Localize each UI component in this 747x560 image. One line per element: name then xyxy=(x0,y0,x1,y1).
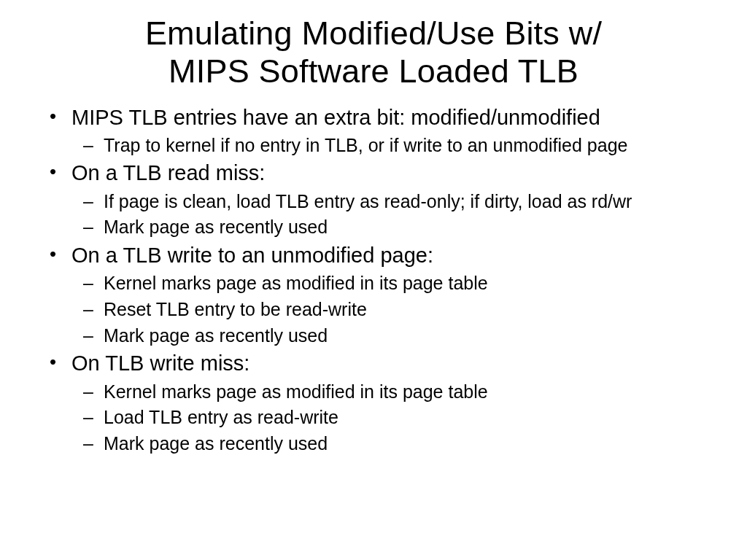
title-line-1: Emulating Modified/Use Bits w/ xyxy=(145,15,602,52)
list-item: Mark page as recently used xyxy=(104,432,711,456)
list-item: MIPS TLB entries have an extra bit: modi… xyxy=(71,104,711,158)
sub-list: If page is clean, load TLB entry as read… xyxy=(71,190,711,241)
bullet-text: Mark page as recently used xyxy=(104,433,328,454)
bullet-text: Mark page as recently used xyxy=(104,325,328,346)
sub-list: Kernel marks page as modified in its pag… xyxy=(71,271,711,348)
bullet-text: On a TLB read miss: xyxy=(71,161,265,184)
list-item: Mark page as recently used xyxy=(104,215,711,240)
bullet-text: On a TLB write to an unmodified page: xyxy=(71,244,433,267)
title-line-2: MIPS Software Loaded TLB xyxy=(169,52,578,90)
bullet-text: Load TLB entry as read-write xyxy=(104,407,338,427)
sub-list: Kernel marks page as modified in its pag… xyxy=(71,380,711,456)
bullet-list: MIPS TLB entries have an extra bit: modi… xyxy=(36,104,711,456)
bullet-text: On TLB write miss: xyxy=(71,351,249,375)
list-item: On a TLB read miss: If page is clean, lo… xyxy=(71,159,711,240)
list-item: Kernel marks page as modified in its pag… xyxy=(104,271,711,296)
list-item: Reset TLB entry to be read-write xyxy=(104,298,711,322)
bullet-text: Mark page as recently used xyxy=(104,217,328,237)
bullet-text: Trap to kernel if no entry in TLB, or if… xyxy=(104,135,627,155)
bullet-text: Kernel marks page as modified in its pag… xyxy=(104,273,488,293)
bullet-text: Kernel marks page as modified in its pag… xyxy=(104,381,488,402)
list-item: On a TLB write to an unmodified page: Ke… xyxy=(71,241,711,348)
list-item: Load TLB entry as read-write xyxy=(104,405,711,430)
sub-list: Trap to kernel if no entry in TLB, or if… xyxy=(71,133,711,158)
bullet-text: MIPS TLB entries have an extra bit: modi… xyxy=(71,106,600,129)
slide-title: Emulating Modified/Use Bits w/ MIPS Soft… xyxy=(36,15,711,90)
list-item: Kernel marks page as modified in its pag… xyxy=(104,380,711,405)
list-item: Trap to kernel if no entry in TLB, or if… xyxy=(104,133,711,158)
list-item: On TLB write miss: Kernel marks page as … xyxy=(71,349,711,456)
bullet-text: Reset TLB entry to be read-write xyxy=(104,299,367,319)
list-item: If page is clean, load TLB entry as read… xyxy=(104,190,711,214)
list-item: Mark page as recently used xyxy=(104,324,711,349)
bullet-text: If page is clean, load TLB entry as read… xyxy=(104,191,632,211)
